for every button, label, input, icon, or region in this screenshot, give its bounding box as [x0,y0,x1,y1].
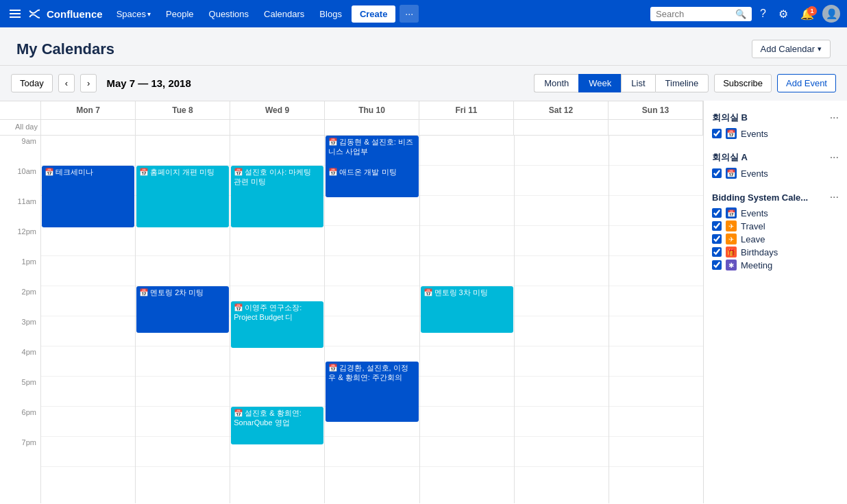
avatar[interactable]: 👤 [822,5,840,23]
tab-week[interactable]: Week [578,74,621,92]
event-mentoring2[interactable]: 📅멘토링 2차 미팅 [136,286,229,333]
event-addon[interactable]: 📅애드온 개발 미팅 [326,166,418,197]
add-calendar-dropdown-arrow: ▾ [818,45,822,53]
time-label-9am: 9am [0,136,40,166]
checkbox-bidding-birthdays[interactable] [712,247,722,257]
main-layout: Mon 7 Tue 8 Wed 9 Thu 10 Fri 11 Sat 12 S… [0,101,847,503]
allday-cell-tue[interactable] [136,120,230,135]
search-icon: 🔍 [735,9,746,19]
checkbox-bidding-leave[interactable] [712,234,722,244]
notification-badge: 1 [807,6,817,16]
view-tabs: Month Week List Timeline [534,74,709,92]
allday-cell-sat[interactable] [514,120,609,135]
prev-button[interactable]: ‹ [58,74,75,92]
sidebar-bidding-birthdays-label: Birthdays [741,247,778,257]
tab-timeline[interactable]: Timeline [655,74,709,92]
sidebar-calendar-hoeuisil-b: 회의실 B ··· 📅 Events [712,112,839,139]
create-button[interactable]: Create [352,5,395,23]
sidebar-hoeuisil-a-events: 📅 Events [712,168,839,179]
event-homepage[interactable]: 📅홈페이지 개편 미팅 [136,166,229,227]
tab-list[interactable]: List [621,74,654,92]
people-nav-link[interactable]: People [160,6,199,22]
next-button[interactable]: › [80,74,97,92]
add-calendar-button[interactable]: Add Calendar ▾ [752,40,831,58]
day-header-wed: Wed 9 [230,101,325,119]
sidebar-bidding-more-button[interactable]: ··· [830,191,839,203]
sidebar-bidding-leave-label: Leave [741,234,765,244]
day-col-sun[interactable] [609,136,703,503]
day-header-fri: Fri 11 [419,101,514,119]
sidebar-bidding-meeting-label: Meeting [741,260,772,270]
time-label-7pm: 7pm [0,437,40,467]
settings-button[interactable]: ⚙ [774,5,792,23]
calendars-nav-link[interactable]: Calendars [258,6,310,22]
event-icon-mentoring2: 📅 [139,288,149,297]
more-options-button[interactable]: ··· [400,5,419,23]
checkbox-bidding-travel[interactable] [712,221,722,231]
sidebar-hoeuisil-a-events-label: Events [741,168,768,179]
event-mentoring3[interactable]: 📅멘토링 3차 미팅 [421,286,513,333]
help-button[interactable]: ? [756,5,770,23]
time-grid[interactable]: 9am 10am 11am 12pm 1pm 2pm 3pm 4pm 5pm 6… [0,136,703,503]
checkbox-hoeuisil-a-events[interactable] [712,168,722,178]
day-col-tue[interactable]: 📅홈페이지 개편 미팅 📅멘토링 2차 미팅 [136,136,230,503]
sidebar-bidding-events-label: Events [741,208,768,218]
sidebar-calendar-bidding-header: Bidding System Cale... ··· [712,191,839,203]
birthdays-icon-bidding: 🎁 [726,247,737,257]
sidebar-calendar-hoeuisil-b-header: 회의실 B ··· [712,112,839,124]
today-button[interactable]: Today [11,74,53,92]
time-gutter: 9am 10am 11am 12pm 1pm 2pm 3pm 4pm 5pm 6… [0,136,41,503]
tab-month[interactable]: Month [534,74,578,92]
questions-nav-link[interactable]: Questions [204,6,255,22]
time-label-10am: 10am [0,166,40,196]
date-range-label: May 7 — 13, 2018 [106,77,191,89]
blogs-nav-link[interactable]: Blogs [314,6,347,22]
day-col-wed[interactable]: 📅설진호 이사: 마케팅 관련 미팅 📅이영주 연구소장: Project Bu… [230,136,325,503]
day-col-mon[interactable]: 📅테크세미나 [41,136,136,503]
day-header-thu: Thu 10 [325,101,419,119]
notifications-button[interactable]: 🔔 1 [796,5,818,23]
sidebar-bidding-birthdays: 🎁 Birthdays [712,247,839,257]
sidebar-hoeuisil-b-events: 📅 Events [712,128,839,139]
events-icon-bidding: 📅 [726,207,737,218]
days-columns: 📅테크세미나 📅홈페이지 개편 미팅 📅멘토링 2차 미팅 [41,136,703,503]
allday-cell-wed[interactable] [230,120,325,135]
time-label-3pm: 3pm [0,316,40,346]
event-marketing[interactable]: 📅설진호 이사: 마케팅 관련 미팅 [231,166,323,227]
event-icon-sonarqube: 📅 [234,409,243,417]
sidebar-bidding-leave: ✈ Leave [712,234,839,244]
page-title: My Calendars [16,40,114,58]
day-col-sat[interactable] [515,136,609,503]
checkbox-hoeuisil-b-events[interactable] [712,129,722,138]
sidebar-bidding-travel: ✈ Travel [712,220,839,231]
search-bar: 🔍 [650,7,752,21]
sidebar-hoeuisil-b-more-button[interactable]: ··· [830,112,839,124]
sidebar-bidding-events: 📅 Events [712,207,839,218]
sidebar-calendar-bidding: Bidding System Cale... ··· 📅 Events ✈ Tr… [712,191,839,270]
add-event-button[interactable]: Add Event [777,74,836,92]
calendar-toolbar: Today ‹ › May 7 — 13, 2018 Month Week Li… [0,66,847,101]
day-header-mon: Mon 7 [41,101,136,119]
spaces-menu[interactable]: Spaces ▾ [111,6,156,22]
app-logo[interactable]: Confluence [27,6,103,21]
allday-cell-fri[interactable] [419,120,514,135]
event-sonarqube[interactable]: 📅설진호 & 황희연: SonarQube 영업 [231,407,323,444]
time-gutter-header [0,101,41,119]
allday-cell-sun[interactable] [609,120,703,135]
calendar-area: Mon 7 Tue 8 Wed 9 Thu 10 Fri 11 Sat 12 S… [0,101,703,503]
allday-cell-thu[interactable] [325,120,419,135]
event-techseminar[interactable]: 📅테크세미나 [42,166,134,227]
hamburger-menu[interactable] [7,7,23,21]
subscribe-button[interactable]: Subscribe [714,74,772,92]
event-weekly[interactable]: 📅김경환, 설진호, 이정우 & 황희연: 주간회의 [326,362,418,422]
search-input[interactable] [656,9,731,19]
sidebar-hoeuisil-b-events-label: Events [741,129,768,139]
checkbox-bidding-events[interactable] [712,208,722,218]
allday-cell-mon[interactable] [41,120,136,135]
spaces-dropdown-arrow: ▾ [147,10,151,18]
day-col-fri[interactable]: 📅멘토링 3차 미팅 [420,136,515,503]
checkbox-bidding-meeting[interactable] [712,260,722,270]
event-projectbudget[interactable]: 📅이영주 연구소장: Project Budget 디 [231,301,323,348]
sidebar-hoeuisil-a-more-button[interactable]: ··· [830,151,839,164]
day-col-thu[interactable]: 📅김동현 & 설진호: 비즈니스 사업부 📅애드온 개발 미팅 📅김경환, 설진… [325,136,419,503]
